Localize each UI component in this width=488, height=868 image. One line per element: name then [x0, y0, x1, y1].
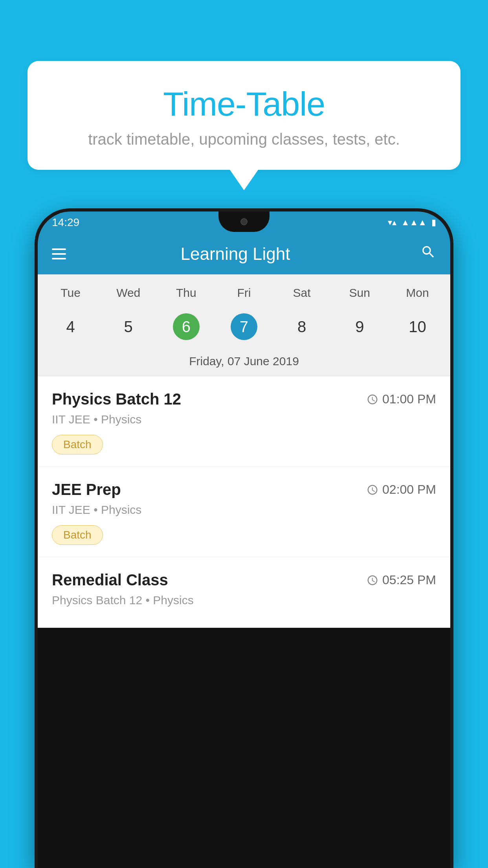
- calendar-section: Tue Wed Thu Fri Sat Sun Mon 4 5: [38, 274, 450, 376]
- item-1-time: 01:00 PM: [367, 392, 436, 406]
- schedule-item-jee-prep[interactable]: JEE Prep 02:00 PM IIT JEE • Physics Batc…: [38, 467, 450, 557]
- item-3-title: Remedial Class: [52, 571, 168, 589]
- phone-inner: 14:29 ▾▴ ▲▲▲ ▮ Learning Light: [38, 211, 450, 868]
- screen-content: Tue Wed Thu Fri Sat Sun Mon 4 5: [38, 274, 450, 868]
- clock-icon-1: [367, 394, 378, 405]
- item-2-subtitle: IIT JEE • Physics: [52, 503, 436, 517]
- speech-bubble-arrow: [230, 170, 258, 190]
- phone-notch: [218, 211, 270, 232]
- day-thu[interactable]: Thu: [157, 282, 215, 303]
- date-10[interactable]: 10: [389, 309, 446, 344]
- clock-icon-3: [367, 574, 378, 586]
- item-2-badge: Batch: [52, 525, 103, 545]
- calendar-dates: 4 5 6 7 8 9: [38, 307, 450, 350]
- date-8[interactable]: 8: [273, 309, 331, 344]
- speech-bubble: Time-Table track timetable, upcoming cla…: [28, 61, 460, 170]
- day-wed[interactable]: Wed: [99, 282, 157, 303]
- calendar-days-header: Tue Wed Thu Fri Sat Sun Mon: [38, 274, 450, 307]
- status-time: 14:29: [52, 216, 79, 229]
- date-9[interactable]: 9: [331, 309, 389, 344]
- day-sat[interactable]: Sat: [273, 282, 331, 303]
- schedule-item-physics-batch-12[interactable]: Physics Batch 12 01:00 PM IIT JEE • Phys…: [38, 376, 450, 467]
- item-3-time: 05:25 PM: [367, 573, 436, 587]
- app-title: Learning Light: [50, 244, 420, 264]
- item-1-title: Physics Batch 12: [52, 390, 181, 408]
- item-1-subtitle: IIT JEE • Physics: [52, 413, 436, 426]
- schedule-list: Physics Batch 12 01:00 PM IIT JEE • Phys…: [38, 376, 450, 628]
- feature-title: Time-Table: [51, 85, 437, 123]
- item-2-time: 02:00 PM: [367, 482, 436, 497]
- phone-frame: 14:29 ▾▴ ▲▲▲ ▮ Learning Light: [35, 208, 453, 868]
- item-2-title: JEE Prep: [52, 481, 121, 498]
- schedule-item-remedial-class[interactable]: Remedial Class 05:25 PM Physics Batch 12…: [38, 557, 450, 628]
- search-button[interactable]: [420, 244, 436, 264]
- app-bar: Learning Light: [38, 234, 450, 274]
- date-4[interactable]: 4: [42, 309, 99, 344]
- battery-icon: ▮: [431, 217, 436, 228]
- speech-bubble-section: Time-Table track timetable, upcoming cla…: [28, 61, 460, 190]
- status-icons: ▾▴ ▲▲▲ ▮: [388, 217, 436, 228]
- wifi-icon: ▾▴: [388, 217, 396, 228]
- date-5[interactable]: 5: [99, 309, 157, 344]
- signal-icon: ▲▲▲: [401, 217, 427, 228]
- item-1-badge: Batch: [52, 435, 103, 454]
- front-camera: [240, 218, 248, 225]
- day-tue[interactable]: Tue: [42, 282, 99, 303]
- date-7-selected[interactable]: 7: [215, 309, 273, 344]
- day-mon[interactable]: Mon: [389, 282, 446, 303]
- day-fri[interactable]: Fri: [215, 282, 273, 303]
- clock-icon-2: [367, 484, 378, 496]
- day-sun[interactable]: Sun: [331, 282, 389, 303]
- feature-subtitle: track timetable, upcoming classes, tests…: [51, 131, 437, 148]
- date-6-today[interactable]: 6: [157, 309, 215, 344]
- selected-date-label: Friday, 07 June 2019: [38, 350, 450, 376]
- item-3-subtitle: Physics Batch 12 • Physics: [52, 594, 436, 607]
